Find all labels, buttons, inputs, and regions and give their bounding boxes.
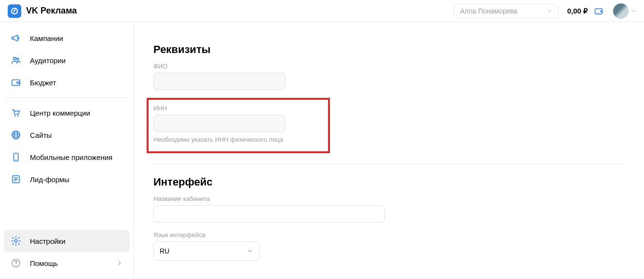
chevron-down-icon [630,8,636,14]
sidebar-item-settings[interactable]: Настройки [4,230,130,252]
header-right: Алла Понаморева 0,00 ₽ [454,3,636,19]
cabinet-name-input[interactable] [153,205,385,223]
sidebar-item-mobile[interactable]: Мобильные приложения [4,146,130,168]
field-language: Язык интерфейса RU [153,231,625,261]
divider [6,97,128,98]
sidebar-item-audiences[interactable]: Аудитории [4,49,130,71]
svg-point-12 [15,159,16,160]
sidebar-item-label: Мобильные приложения [30,153,112,161]
app-name: VK Реклама [26,6,77,16]
vk-logo-icon [8,4,21,18]
svg-rect-6 [17,82,20,83]
language-value: RU [160,247,169,255]
svg-point-7 [14,115,16,117]
svg-point-3 [14,57,16,60]
svg-point-14 [14,239,17,242]
wallet-icon [11,77,21,88]
balance: 0,00 ₽ [567,6,604,16]
megaphone-icon [11,33,21,43]
audience-icon [11,55,21,66]
sidebar-item-label: Центр коммерции [30,109,90,117]
sidebar-item-label: Сайты [30,131,52,139]
sidebar-item-sites[interactable]: Сайты [4,124,130,146]
inn-highlight-box: ИНН Необходимо указать ИНН физического л… [147,98,330,153]
form-icon [11,174,21,185]
field-label: ИНН [153,105,323,112]
gear-icon [11,236,21,246]
fio-input[interactable] [153,73,286,90]
svg-point-8 [17,115,19,117]
account-name: Алла Понаморева [460,7,518,15]
language-select[interactable]: RU [153,241,260,261]
sidebar-item-leadforms[interactable]: Лид-формы [4,168,130,190]
chevron-down-icon [547,8,552,14]
main-content: Реквизиты ФИО ИНН Необходимо указать ИНН… [134,22,644,279]
field-label: Название кабинета [153,195,625,202]
section-title-interface: Интерфейс [153,176,625,188]
field-label: ФИО [153,63,625,70]
section-title-requisites: Реквизиты [153,43,625,56]
sidebar-item-budget[interactable]: Бюджет [4,71,130,93]
help-icon [11,258,21,268]
cart-icon [11,107,21,118]
account-selector[interactable]: Алла Понаморева [454,4,559,18]
sidebar-item-label: Кампании [30,34,63,42]
sidebar-item-label: Бюджет [30,79,56,87]
field-label: Язык интерфейса [153,231,625,239]
header: VK Реклама Алла Понаморева 0,00 ₽ [0,0,644,22]
sidebar-item-label: Настройки [30,237,66,245]
field-fio: ФИО [153,63,625,90]
field-cabinet: Название кабинета [153,195,625,223]
mobile-icon [11,152,21,162]
inn-help-text: Необходимо указать ИНН физического лица [153,135,323,145]
globe-icon [11,130,21,140]
user-menu[interactable] [613,3,636,19]
sidebar-item-commerce[interactable]: Центр коммерции [4,102,130,124]
svg-rect-2 [600,11,603,12]
chevron-down-icon [247,248,253,254]
avatar [613,3,629,19]
sidebar-item-help[interactable]: Помощь [4,252,130,274]
sidebar-item-campaigns[interactable]: Кампании [4,27,130,49]
sidebar: Кампании Аудитории Бюджет Центр [0,22,134,279]
svg-point-16 [15,265,16,266]
sidebar-item-label: Лид-формы [30,175,69,184]
sidebar-item-label: Помощь [30,259,58,267]
header-brand: VK Реклама [8,4,77,18]
svg-rect-5 [12,80,20,86]
sidebar-item-label: Аудитории [30,56,66,65]
inn-input[interactable] [153,115,286,132]
svg-point-4 [17,58,19,60]
chevron-right-icon [116,260,123,266]
divider [153,164,625,164]
balance-value: 0,00 ₽ [567,7,588,15]
wallet-icon[interactable] [593,6,604,16]
